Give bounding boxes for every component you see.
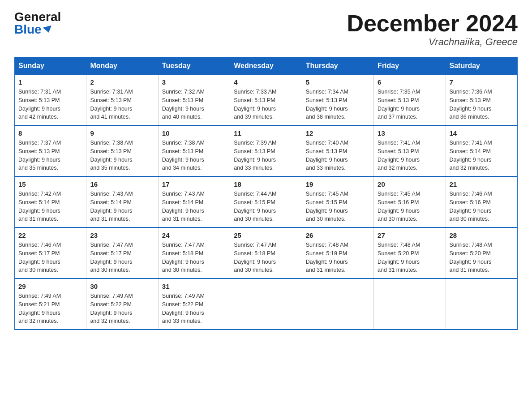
day-cell-23: 23Sunrise: 7:47 AMSunset: 5:17 PMDayligh… <box>86 227 158 278</box>
logo-arrow-icon <box>43 26 53 34</box>
day-cell-1: 1Sunrise: 7:31 AMSunset: 5:13 PMDaylight… <box>15 75 86 126</box>
day-number: 28 <box>450 231 514 239</box>
day-number: 9 <box>90 129 154 137</box>
day-cell-28: 28Sunrise: 7:48 AMSunset: 5:20 PMDayligh… <box>446 227 517 278</box>
day-number: 29 <box>18 283 82 290</box>
empty-cell <box>302 278 373 330</box>
calendar-header-row: SundayMondayTuesdayWednesdayThursdayFrid… <box>15 57 518 75</box>
day-info: Sunrise: 7:49 AMSunset: 5:22 PMDaylight:… <box>162 292 226 325</box>
day-cell-30: 30Sunrise: 7:49 AMSunset: 5:22 PMDayligh… <box>86 278 158 330</box>
day-info: Sunrise: 7:40 AMSunset: 5:13 PMDaylight:… <box>306 139 370 172</box>
day-number: 19 <box>306 180 370 188</box>
day-cell-11: 11Sunrise: 7:39 AMSunset: 5:13 PMDayligh… <box>230 125 302 176</box>
week-row-3: 15Sunrise: 7:42 AMSunset: 5:14 PMDayligh… <box>15 176 518 227</box>
day-info: Sunrise: 7:49 AMSunset: 5:21 PMDaylight:… <box>18 292 82 325</box>
day-info: Sunrise: 7:46 AMSunset: 5:17 PMDaylight:… <box>18 241 82 274</box>
day-number: 30 <box>90 283 154 290</box>
day-info: Sunrise: 7:41 AMSunset: 5:13 PMDaylight:… <box>378 139 442 172</box>
day-number: 23 <box>90 231 154 239</box>
month-title: December 2024 <box>347 11 518 36</box>
day-cell-26: 26Sunrise: 7:48 AMSunset: 5:19 PMDayligh… <box>302 227 373 278</box>
day-info: Sunrise: 7:47 AMSunset: 5:18 PMDaylight:… <box>162 241 226 274</box>
day-info: Sunrise: 7:43 AMSunset: 5:14 PMDaylight:… <box>90 190 154 223</box>
page-header: General Blue December 2024 Vrachnaiika, … <box>14 11 518 48</box>
day-cell-14: 14Sunrise: 7:41 AMSunset: 5:14 PMDayligh… <box>446 125 517 176</box>
day-number: 21 <box>450 180 514 188</box>
header-tuesday: Tuesday <box>158 57 230 75</box>
day-number: 14 <box>450 129 514 137</box>
day-number: 16 <box>90 180 154 188</box>
day-number: 22 <box>18 231 82 239</box>
day-info: Sunrise: 7:43 AMSunset: 5:14 PMDaylight:… <box>162 190 226 223</box>
day-number: 4 <box>234 78 298 86</box>
day-info: Sunrise: 7:48 AMSunset: 5:19 PMDaylight:… <box>306 241 370 274</box>
day-number: 7 <box>450 78 514 86</box>
header-thursday: Thursday <box>302 57 373 75</box>
week-row-1: 1Sunrise: 7:31 AMSunset: 5:13 PMDaylight… <box>15 75 518 126</box>
day-cell-29: 29Sunrise: 7:49 AMSunset: 5:21 PMDayligh… <box>15 278 86 330</box>
day-info: Sunrise: 7:45 AMSunset: 5:16 PMDaylight:… <box>378 190 442 223</box>
day-info: Sunrise: 7:41 AMSunset: 5:14 PMDaylight:… <box>450 139 514 172</box>
day-info: Sunrise: 7:46 AMSunset: 5:16 PMDaylight:… <box>450 190 514 223</box>
logo-general-text: General <box>14 11 61 23</box>
day-cell-2: 2Sunrise: 7:31 AMSunset: 5:13 PMDaylight… <box>86 75 158 126</box>
day-cell-19: 19Sunrise: 7:45 AMSunset: 5:15 PMDayligh… <box>302 176 373 227</box>
day-number: 25 <box>234 231 298 239</box>
day-info: Sunrise: 7:48 AMSunset: 5:20 PMDaylight:… <box>450 241 514 274</box>
header-monday: Monday <box>86 57 158 75</box>
day-cell-17: 17Sunrise: 7:43 AMSunset: 5:14 PMDayligh… <box>158 176 230 227</box>
day-cell-16: 16Sunrise: 7:43 AMSunset: 5:14 PMDayligh… <box>86 176 158 227</box>
day-info: Sunrise: 7:33 AMSunset: 5:13 PMDaylight:… <box>234 88 298 121</box>
day-number: 17 <box>162 180 226 188</box>
day-number: 10 <box>162 129 226 137</box>
day-number: 18 <box>234 180 298 188</box>
logo-blue-text: Blue <box>14 23 61 36</box>
week-row-5: 29Sunrise: 7:49 AMSunset: 5:21 PMDayligh… <box>15 278 518 330</box>
title-block: December 2024 Vrachnaiika, Greece <box>347 11 518 48</box>
week-row-4: 22Sunrise: 7:46 AMSunset: 5:17 PMDayligh… <box>15 227 518 278</box>
empty-cell <box>446 278 517 330</box>
day-info: Sunrise: 7:48 AMSunset: 5:20 PMDaylight:… <box>378 241 442 274</box>
day-info: Sunrise: 7:44 AMSunset: 5:15 PMDaylight:… <box>234 190 298 223</box>
day-number: 24 <box>162 231 226 239</box>
day-cell-25: 25Sunrise: 7:47 AMSunset: 5:18 PMDayligh… <box>230 227 302 278</box>
day-number: 11 <box>234 129 298 137</box>
day-info: Sunrise: 7:47 AMSunset: 5:18 PMDaylight:… <box>234 241 298 274</box>
day-info: Sunrise: 7:36 AMSunset: 5:13 PMDaylight:… <box>450 88 514 121</box>
day-info: Sunrise: 7:47 AMSunset: 5:17 PMDaylight:… <box>90 241 154 274</box>
day-cell-4: 4Sunrise: 7:33 AMSunset: 5:13 PMDaylight… <box>230 75 302 126</box>
day-info: Sunrise: 7:37 AMSunset: 5:13 PMDaylight:… <box>18 139 82 172</box>
day-number: 6 <box>378 78 442 86</box>
day-cell-21: 21Sunrise: 7:46 AMSunset: 5:16 PMDayligh… <box>446 176 517 227</box>
day-cell-12: 12Sunrise: 7:40 AMSunset: 5:13 PMDayligh… <box>302 125 373 176</box>
day-cell-6: 6Sunrise: 7:35 AMSunset: 5:13 PMDaylight… <box>374 75 446 126</box>
day-number: 13 <box>378 129 442 137</box>
day-cell-5: 5Sunrise: 7:34 AMSunset: 5:13 PMDaylight… <box>302 75 373 126</box>
day-number: 3 <box>162 78 226 86</box>
day-info: Sunrise: 7:31 AMSunset: 5:13 PMDaylight:… <box>18 88 82 121</box>
day-info: Sunrise: 7:34 AMSunset: 5:13 PMDaylight:… <box>306 88 370 121</box>
day-info: Sunrise: 7:32 AMSunset: 5:13 PMDaylight:… <box>162 88 226 121</box>
day-info: Sunrise: 7:45 AMSunset: 5:15 PMDaylight:… <box>306 190 370 223</box>
calendar-table: SundayMondayTuesdayWednesdayThursdayFrid… <box>14 57 518 330</box>
day-info: Sunrise: 7:49 AMSunset: 5:22 PMDaylight:… <box>90 292 154 325</box>
header-wednesday: Wednesday <box>230 57 302 75</box>
day-number: 27 <box>378 231 442 239</box>
day-cell-18: 18Sunrise: 7:44 AMSunset: 5:15 PMDayligh… <box>230 176 302 227</box>
day-number: 8 <box>18 129 82 137</box>
day-cell-22: 22Sunrise: 7:46 AMSunset: 5:17 PMDayligh… <box>15 227 86 278</box>
day-info: Sunrise: 7:42 AMSunset: 5:14 PMDaylight:… <box>18 190 82 223</box>
day-info: Sunrise: 7:38 AMSunset: 5:13 PMDaylight:… <box>90 139 154 172</box>
day-number: 20 <box>378 180 442 188</box>
day-cell-7: 7Sunrise: 7:36 AMSunset: 5:13 PMDaylight… <box>446 75 517 126</box>
day-info: Sunrise: 7:38 AMSunset: 5:13 PMDaylight:… <box>162 139 226 172</box>
day-info: Sunrise: 7:39 AMSunset: 5:13 PMDaylight:… <box>234 139 298 172</box>
header-sunday: Sunday <box>15 57 86 75</box>
day-cell-31: 31Sunrise: 7:49 AMSunset: 5:22 PMDayligh… <box>158 278 230 330</box>
day-cell-3: 3Sunrise: 7:32 AMSunset: 5:13 PMDaylight… <box>158 75 230 126</box>
day-cell-8: 8Sunrise: 7:37 AMSunset: 5:13 PMDaylight… <box>15 125 86 176</box>
day-number: 2 <box>90 78 154 86</box>
day-info: Sunrise: 7:35 AMSunset: 5:13 PMDaylight:… <box>378 88 442 121</box>
header-friday: Friday <box>374 57 446 75</box>
header-saturday: Saturday <box>446 57 517 75</box>
